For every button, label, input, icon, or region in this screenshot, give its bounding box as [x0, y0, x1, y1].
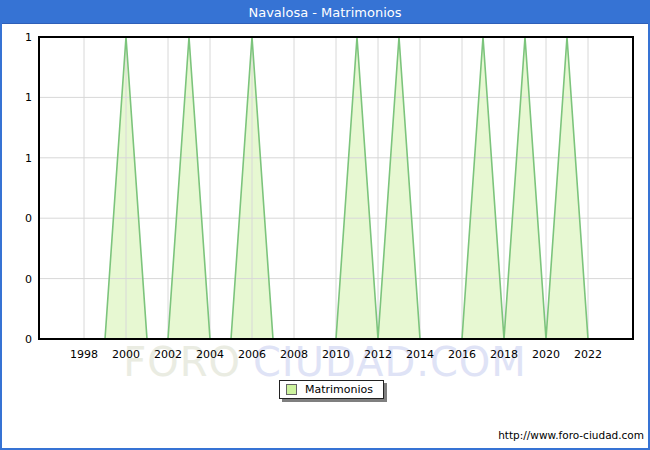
x-tick-label: 2000 [112, 348, 140, 361]
x-tick-label: 2018 [490, 348, 518, 361]
y-tick-label: 0 [25, 212, 32, 225]
y-tick-label: 0 [25, 333, 32, 346]
y-tick-label: 1 [25, 152, 32, 165]
x-tick-label: 2008 [280, 348, 308, 361]
x-tick-label: 2010 [322, 348, 350, 361]
legend-label: Matrimonios [305, 383, 373, 396]
y-tick-label: 1 [25, 31, 32, 44]
x-tick-label: 2012 [364, 348, 392, 361]
legend-swatch [286, 384, 297, 395]
x-tick-label: 2016 [448, 348, 476, 361]
x-tick-label: 2020 [532, 348, 560, 361]
x-tick-label: 2006 [238, 348, 266, 361]
footer-url: http://www.foro-ciudad.com [498, 429, 644, 441]
chart-window: Navalosa - Matrimonios FOROCIUDAD.COM 19… [0, 0, 650, 450]
x-tick-label: 2002 [154, 348, 182, 361]
y-tick-label: 0 [25, 273, 32, 286]
x-tick-label: 2014 [406, 348, 434, 361]
x-tick-label: 2004 [196, 348, 224, 361]
y-tick-label: 1 [25, 91, 32, 104]
x-tick-label: 2022 [574, 348, 602, 361]
legend-box: Matrimonios [279, 380, 384, 399]
x-tick-label: 1998 [70, 348, 98, 361]
